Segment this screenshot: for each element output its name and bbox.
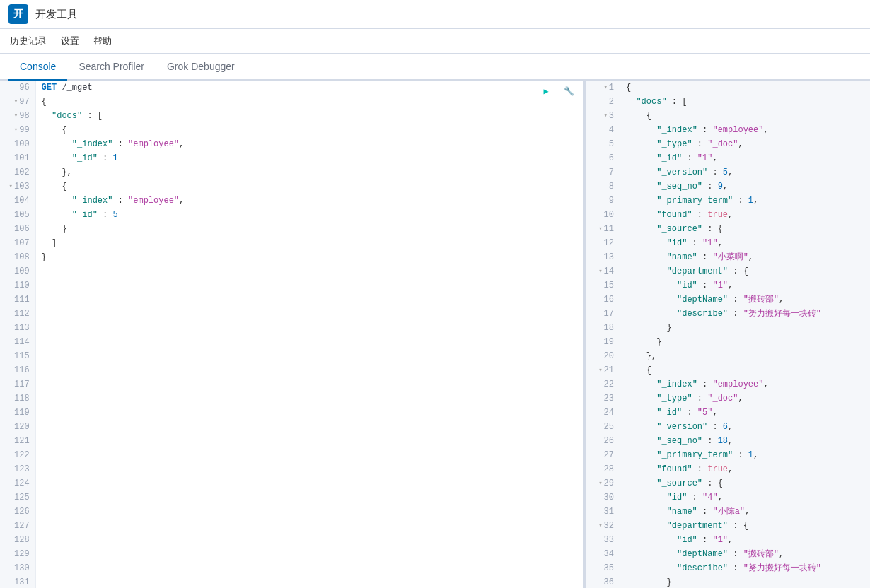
response-code-line: {	[626, 109, 864, 123]
code-line: "_index" : "employee",	[42, 194, 577, 208]
line-number: 114	[6, 335, 30, 349]
code-line	[42, 462, 577, 476]
fold-arrow[interactable]: ▾	[596, 222, 603, 236]
menu-item-help[interactable]: 帮助	[92, 32, 113, 50]
response-code-line: "_seq_no" : 9,	[626, 180, 864, 194]
left-panel: 96▾97▾98▾99100101102▾1031041051061071081…	[0, 81, 584, 588]
line-number: 112	[6, 307, 30, 321]
response-code-line: "docs" : [	[626, 95, 864, 109]
fold-arrow[interactable]: ▾	[601, 109, 608, 123]
response-code-line: "deptName" : "搬砖部",	[626, 547, 864, 561]
response-line-number: ▾29	[592, 476, 614, 490]
line-number: ▾97	[6, 95, 30, 109]
editor-area[interactable]: 96▾97▾98▾99100101102▾1031041051061071081…	[0, 81, 583, 588]
tabs-bar: Console Search Profiler Grok Debugger	[0, 54, 870, 81]
line-number: 128	[6, 533, 30, 547]
response-line-number: 24	[592, 406, 614, 420]
code-line	[42, 490, 577, 505]
run-button[interactable]: ▶	[538, 83, 555, 100]
response-line-number: 9	[592, 194, 614, 208]
code-line	[42, 293, 577, 307]
response-line-number: 22	[592, 377, 614, 392]
line-number: 101	[6, 151, 30, 165]
line-number: 119	[6, 406, 30, 420]
menu-bar: 历史记录 设置 帮助	[0, 29, 870, 54]
code-line	[42, 377, 577, 392]
response-code-line: {	[626, 363, 864, 377]
response-code-line: "_index" : "employee",	[626, 123, 864, 137]
code-line: "_index" : "employee",	[42, 137, 577, 151]
response-line-number: 8	[592, 180, 614, 194]
fold-arrow[interactable]: ▾	[596, 264, 603, 278]
line-number: 118	[6, 392, 30, 406]
code-line	[42, 307, 577, 321]
line-number: 109	[6, 264, 30, 278]
response-code-line: },	[626, 349, 864, 363]
main-content: 96▾97▾98▾99100101102▾1031041051061071081…	[0, 81, 870, 588]
response-code-line: "found" : true,	[626, 208, 864, 222]
response-line-number: 13	[592, 250, 614, 264]
line-number: 127	[6, 519, 30, 533]
line-number: 110	[6, 278, 30, 293]
response-code-line: "id" : "1",	[626, 278, 864, 293]
line-number: 111	[6, 293, 30, 307]
response-code-content: { "docs" : [ { "_index" : "employee", "_…	[620, 81, 870, 588]
response-line-number: 31	[592, 505, 614, 519]
top-bar: 开 开发工具	[0, 0, 870, 29]
response-line-number: ▾32	[592, 519, 614, 533]
response-code-line: "found" : true,	[626, 462, 864, 476]
code-line: }	[42, 222, 577, 236]
response-line-number: ▾1	[592, 81, 614, 95]
fold-arrow[interactable]: ▾	[11, 123, 18, 137]
response-code-line: "_version" : 6,	[626, 420, 864, 434]
tab-search-profiler[interactable]: Search Profiler	[67, 54, 156, 81]
code-line	[42, 575, 577, 588]
menu-item-history[interactable]: 历史记录	[8, 32, 48, 50]
response-line-number: 23	[592, 392, 614, 406]
code-line	[42, 547, 577, 561]
fold-arrow[interactable]: ▾	[596, 363, 603, 377]
menu-item-settings[interactable]: 设置	[59, 32, 81, 50]
fold-arrow[interactable]: ▾	[6, 180, 13, 194]
fold-arrow[interactable]: ▾	[601, 81, 608, 95]
code-line	[42, 519, 577, 533]
response-line-number: 15	[592, 278, 614, 293]
response-code-line: "deptName" : "搬砖部",	[626, 293, 864, 307]
tab-grok-debugger[interactable]: Grok Debugger	[156, 54, 246, 81]
response-line-number: 10	[592, 208, 614, 222]
code-line	[42, 392, 577, 406]
line-number: 124	[6, 476, 30, 490]
code-line	[42, 476, 577, 490]
fold-arrow[interactable]: ▾	[11, 95, 18, 109]
response-line-number: ▾14	[592, 264, 614, 278]
line-number: 113	[6, 321, 30, 335]
tab-console[interactable]: Console	[8, 54, 67, 81]
response-code-line: "_type" : "_doc",	[626, 392, 864, 406]
line-number: ▾99	[6, 123, 30, 137]
code-line	[42, 505, 577, 519]
response-code-line: "_source" : {	[626, 476, 864, 490]
settings-icon[interactable]: 🔧	[560, 83, 577, 100]
fold-arrow[interactable]: ▾	[596, 519, 603, 533]
line-number: 100	[6, 137, 30, 151]
line-number: 102	[6, 165, 30, 180]
line-number: ▾98	[6, 109, 30, 123]
code-content[interactable]: ▶ 🔧 GET /_mget{ "docs" : [ { "_index" : …	[36, 81, 583, 588]
line-number: 121	[6, 434, 30, 448]
code-line	[42, 561, 577, 575]
line-number: 122	[6, 448, 30, 462]
right-panel: ▾12▾345678910▾111213▾14151617181920▾2122…	[586, 81, 870, 588]
fold-arrow[interactable]: ▾	[596, 476, 603, 490]
code-line	[42, 349, 577, 363]
fold-arrow[interactable]: ▾	[11, 109, 18, 123]
response-line-number: 20	[592, 349, 614, 363]
response-line-number: 28	[592, 462, 614, 476]
code-line: GET /_mget	[42, 81, 577, 95]
code-line: {	[42, 123, 577, 137]
code-line	[42, 278, 577, 293]
response-code-line: }	[626, 335, 864, 349]
editor-toolbar: ▶ 🔧	[538, 81, 577, 103]
response-area[interactable]: ▾12▾345678910▾111213▾14151617181920▾2122…	[586, 81, 870, 588]
response-code-line: "id" : "1",	[626, 236, 864, 250]
response-line-number: 17	[592, 307, 614, 321]
